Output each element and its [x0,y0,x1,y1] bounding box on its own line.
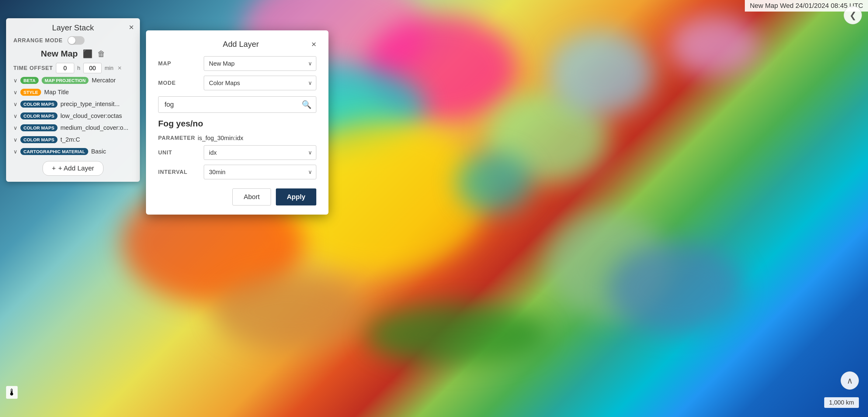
dialog-header: Add Layer × [158,39,316,49]
add-layer-button[interactable]: + + Add Layer [42,161,104,176]
time-offset-clear-icon[interactable]: × [118,64,122,72]
color-maps-badge: COLOR MAPS [20,101,58,107]
parameter-label: PARAMETER [158,135,198,141]
interval-select-wrapper: 30min 1h 3h ∨ [204,165,316,179]
chevron-icon: ∨ [13,89,17,96]
collapse-sidebar-button[interactable]: ❮ [844,6,862,24]
map-name-text: New Map [41,49,78,59]
chevron-icon: ∨ [13,113,17,120]
time-offset-hours-input[interactable] [56,63,74,73]
layer-name: Basic [91,148,106,155]
color-maps-badge: COLOR MAPS [20,124,58,131]
arrange-mode-row: ARRANGE MODE [6,35,140,46]
cartographic-material-badge: CARTOGRAPHIC MATERIAL [20,148,88,155]
arrange-mode-toggle[interactable] [67,36,85,45]
chevron-icon: ∨ [13,125,17,131]
dialog-title: Add Layer [170,39,311,49]
search-input[interactable] [158,96,316,113]
dialog-close-button[interactable]: × [311,40,316,49]
mode-select-wrapper: Color Maps Satellite Cartographic Materi… [204,76,316,90]
layer-name: precip_type_intensit... [61,101,120,107]
mode-form-row: MODE Color Maps Satellite Cartographic M… [158,76,316,90]
color-maps-badge: COLOR MAPS [20,113,58,120]
layer-stack-close-button[interactable]: × [129,23,134,32]
search-row: 🔍 [158,96,316,113]
layer-stack-panel: Layer Stack × ARRANGE MODE New Map ⬛ 🗑 T… [6,18,140,182]
time-offset-minutes-input[interactable] [83,63,101,73]
minutes-unit-label: min [104,65,114,71]
delete-map-icon[interactable]: 🗑 [97,49,105,59]
map-name-row: New Map ⬛ 🗑 [6,46,140,62]
add-layer-label: + Add Layer [58,164,94,172]
apply-button[interactable]: Apply [276,188,316,205]
layer-item[interactable]: ∨ STYLE Map Title [6,86,140,98]
time-offset-row: TIME OFFSET h min × [6,62,140,74]
map-field-label: MAP [158,61,198,67]
unit-select-wrapper: idx ∨ [204,145,316,160]
layer-item[interactable]: ∨ CARTOGRAPHIC MATERIAL Basic [6,146,140,157]
add-layer-plus-icon: + [52,164,56,172]
layer-name: Mercator [92,77,116,84]
search-result-section: Fog yes/no PARAMETER is_fog_30min:idx UN… [158,119,316,179]
unit-select[interactable]: idx [204,145,316,160]
time-offset-label: TIME OFFSET [13,65,53,71]
thermometer-icon: 🌡 [7,387,17,397]
scroll-up-button[interactable]: ∧ [841,372,859,390]
dialog-footer: Abort Apply [158,188,316,205]
mode-field-label: MODE [158,80,198,86]
result-title: Fog yes/no [158,119,316,129]
style-badge: STYLE [20,89,41,96]
chevron-icon: ∨ [13,77,17,84]
layer-item[interactable]: ∨ COLOR MAPS t_2m:C [6,134,140,146]
parameter-row: PARAMETER is_fog_30min:idx [158,135,316,141]
chevron-icon: ∨ [13,136,17,143]
toggle-knob [68,37,75,44]
layer-item[interactable]: ∨ BETA MAP PROJECTION Mercator [6,74,140,86]
unit-form-row: UNIT idx ∨ [158,145,316,160]
scale-bar-value: 1,000 km [829,399,854,406]
arrange-mode-label: ARRANGE MODE [13,37,63,44]
color-maps-badge: COLOR MAPS [20,136,58,143]
abort-label: Abort [244,193,260,201]
layer-stack-title: Layer Stack [52,23,94,33]
interval-form-row: INTERVAL 30min 1h 3h ∨ [158,165,316,179]
abort-button[interactable]: Abort [232,188,271,205]
map-form-row: MAP New Map ∨ [158,56,316,71]
layer-name: t_2m:C [61,136,80,143]
unit-field-label: UNIT [158,150,198,156]
layer-name: medium_cloud_cover:o... [61,124,128,131]
thermometer-widget: 🌡 [6,386,18,399]
beta-badge: BETA [20,77,39,84]
interval-select[interactable]: 30min 1h 3h [204,165,316,179]
hours-unit-label: h [77,65,80,71]
map-projection-badge: MAP PROJECTION [42,77,89,84]
mode-select[interactable]: Color Maps Satellite Cartographic Materi… [204,76,316,90]
map-select-wrapper: New Map ∨ [204,56,316,71]
search-button[interactable]: 🔍 [302,100,311,109]
layer-stack-header: Layer Stack × [6,18,140,35]
interval-field-label: INTERVAL [158,169,198,175]
add-layer-dialog: Add Layer × MAP New Map ∨ MODE Color Map… [146,30,329,215]
collapse-icon: ❮ [849,10,857,20]
map-select[interactable]: New Map [204,56,316,71]
close-icon: × [311,39,316,49]
layer-item[interactable]: ∨ COLOR MAPS medium_cloud_cover:o... [6,122,140,134]
scale-bar: 1,000 km [824,397,859,408]
layer-item[interactable]: ∨ COLOR MAPS precip_type_intensit... [6,98,140,110]
search-icon: 🔍 [302,100,311,109]
scroll-up-icon: ∧ [847,376,853,386]
apply-label: Apply [287,193,305,201]
layer-name: low_cloud_cover:octas [61,113,122,120]
layers-icon: ⬛ [83,49,92,59]
chevron-icon: ∨ [13,101,17,107]
layer-item[interactable]: ∨ COLOR MAPS low_cloud_cover:octas [6,110,140,122]
parameter-value: is_fog_30min:idx [198,135,243,141]
layer-name: Map Title [44,89,69,96]
chevron-icon: ∨ [13,148,17,155]
